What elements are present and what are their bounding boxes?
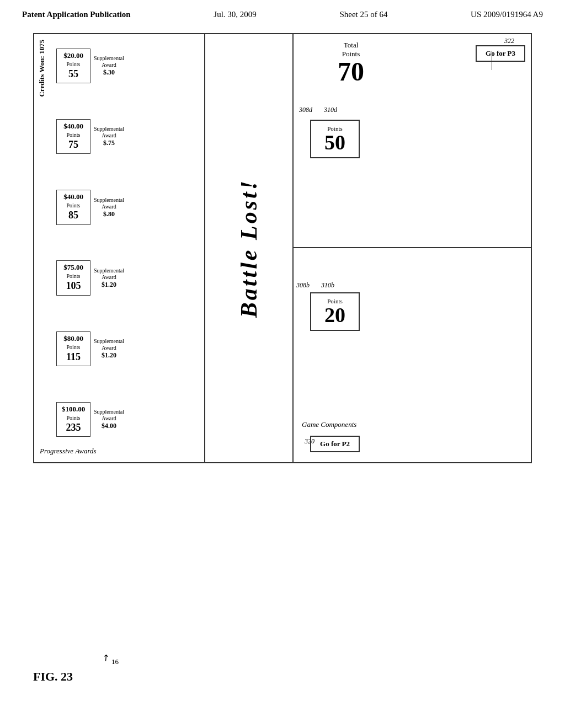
supp-amount-5: $1.20 <box>94 351 124 359</box>
award-amount-2: $40.00 <box>60 122 87 131</box>
right-panel: Total Points 70 308d 310d Points 50 322 … <box>294 34 531 462</box>
patent-number: US 2009/0191964 A9 <box>471 10 543 19</box>
credits-won-label: Credits Won: 1075 <box>38 40 46 97</box>
award-row-4: $75.00 Points 105 SupplementalAward $1.2… <box>56 252 201 304</box>
award-row-1: $20.00 Points 55 SupplementalAward $.30 <box>56 40 201 92</box>
pts-label-4: Points <box>60 272 87 280</box>
supp-text-2: SupplementalAward <box>94 126 124 139</box>
award-amount-1: $20.00 <box>60 51 87 61</box>
points-box-p2: Points 20 <box>310 292 360 331</box>
points-box-p3: Points 50 <box>310 120 360 158</box>
supp-label-2: SupplementalAward $.75 <box>94 126 124 147</box>
go-for-p3: Go for P3 <box>476 45 525 62</box>
supp-text-5: SupplementalAward <box>94 338 124 351</box>
pts-val-3: 85 <box>60 209 87 222</box>
award-row-2: $40.00 Points 75 SupplementalAward $.75 <box>56 110 201 163</box>
pts-label-1: Points <box>60 61 87 68</box>
award-rows: $20.00 Points 55 SupplementalAward $.30 … <box>56 40 201 446</box>
total-label: Total <box>338 41 364 50</box>
figure-text: FIG. 23 <box>33 670 73 683</box>
total-points-display: Total Points 70 <box>338 41 364 85</box>
figure-ref-16: 16 <box>111 657 119 666</box>
supp-text-4: SupplementalAward <box>94 267 124 281</box>
supp-text-6: SupplementalAward <box>94 409 124 422</box>
award-box-1: $20.00 Points 55 <box>56 49 90 83</box>
ref-310b: 310b <box>321 281 334 290</box>
supp-text-1: SupplementalAward <box>94 55 124 68</box>
pts-val-4: 105 <box>60 280 87 292</box>
progressive-awards-label: Progressive Awards <box>40 447 97 456</box>
award-box-3: $40.00 Points 85 <box>56 190 90 224</box>
award-box-5: $80.00 Points 115 <box>56 331 90 366</box>
award-amount-6: $100.00 <box>60 405 87 414</box>
pts-big-p2: 20 <box>318 304 352 325</box>
award-row-6: $100.00 Points 235 SupplementalAward $4.… <box>56 393 201 446</box>
supp-label-3: SupplementalAward $.80 <box>94 197 124 218</box>
right-top-panel: Total Points 70 308d 310d Points 50 322 … <box>294 34 531 248</box>
ann-line-322-top <box>492 51 492 70</box>
pts-val-5: 115 <box>60 351 87 363</box>
supp-text-3: SupplementalAward <box>94 197 124 210</box>
middle-panel: Battle Lost! <box>205 34 294 462</box>
left-panel: Credits Won: 1075 $20.00 Points 55 Suppl… <box>34 34 205 462</box>
diagram-area: Credits Won: 1075 $20.00 Points 55 Suppl… <box>33 33 532 463</box>
publication-date: Jul. 30, 2009 <box>214 10 257 19</box>
pts-label-3: Points <box>60 202 87 209</box>
award-row-3: $40.00 Points 85 SupplementalAward $.80 <box>56 181 201 233</box>
publication-title: Patent Application Publication <box>22 10 131 19</box>
sheet-info: Sheet 25 of 64 <box>339 10 387 19</box>
pts-label-6: Points <box>60 414 87 421</box>
supp-amount-4: $1.20 <box>94 281 124 288</box>
pts-val-6: 235 <box>60 421 87 434</box>
pts-label-2: Points <box>60 131 87 138</box>
award-amount-3: $40.00 <box>60 192 87 202</box>
supp-label-5: SupplementalAward $1.20 <box>94 338 124 359</box>
go-for-p2: Go for P2 <box>310 436 360 452</box>
page-header: Patent Application Publication Jul. 30, … <box>0 0 565 25</box>
supp-amount-3: $.80 <box>94 210 124 218</box>
award-box-6: $100.00 Points 235 <box>56 402 90 437</box>
ref-308d: 308d <box>299 106 312 114</box>
pts-big-p3: 50 <box>318 132 352 153</box>
award-box-2: $40.00 Points 75 <box>56 119 90 154</box>
game-components-label: Game Components <box>302 420 356 429</box>
figure-label: FIG. 23 <box>33 670 73 684</box>
supp-amount-6: $4.00 <box>94 422 124 430</box>
award-amount-4: $75.00 <box>60 263 87 272</box>
ref-322: 322 <box>504 37 514 45</box>
total-value: 70 <box>338 58 364 85</box>
right-bottom-panel: 308b 310b Points 20 Game Components 320 … <box>294 248 531 462</box>
supp-label-6: SupplementalAward $4.00 <box>94 409 124 430</box>
ref-308b: 308b <box>296 281 310 290</box>
supp-amount-1: $.30 <box>94 68 124 76</box>
figure-arrow: ↗ <box>99 651 111 664</box>
battle-lost-text: Battle Lost! <box>236 179 262 318</box>
supp-amount-2: $.75 <box>94 139 124 147</box>
pts-val-2: 75 <box>60 138 87 151</box>
ref-310d: 310d <box>324 106 337 114</box>
pts-val-1: 55 <box>60 68 87 81</box>
award-box-4: $75.00 Points 105 <box>56 260 90 295</box>
award-row-5: $80.00 Points 115 SupplementalAward $1.2… <box>56 323 201 375</box>
supp-label-1: SupplementalAward $.30 <box>94 55 124 76</box>
pts-label-5: Points <box>60 344 87 351</box>
supp-label-4: SupplementalAward $1.20 <box>94 267 124 288</box>
award-amount-5: $80.00 <box>60 334 87 344</box>
